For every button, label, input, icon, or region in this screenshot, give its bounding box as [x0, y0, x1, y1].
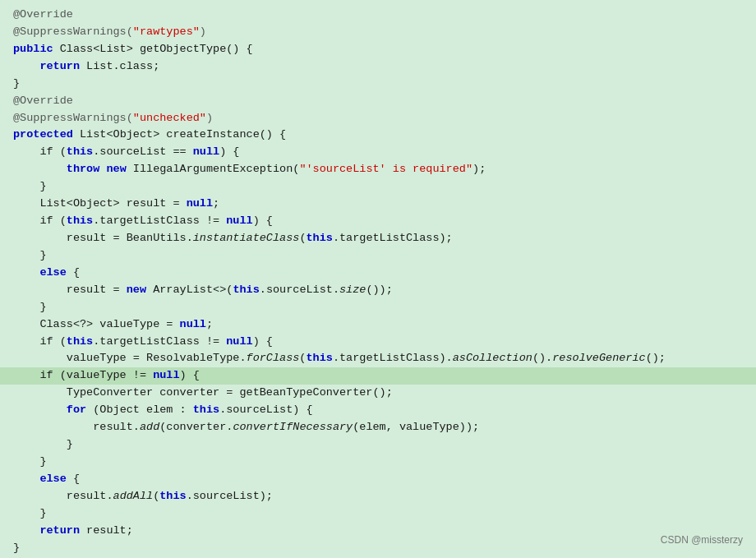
- code-line: result.add(converter.convertIfNecessary(…: [0, 419, 756, 436]
- code-line: if (this.sourceList == null) {: [0, 144, 756, 161]
- code-line: if (valueType != null) {: [0, 367, 756, 385]
- code-line: }: [0, 540, 756, 557]
- code-line: }: [0, 178, 756, 196]
- code-line: @Override: [0, 93, 756, 110]
- code-line: if (this.targetListClass != null) {: [0, 334, 756, 351]
- code-line: for (Object elem : this.sourceList) {: [0, 402, 756, 419]
- code-line: @Override: [0, 7, 756, 24]
- code-line: result.addAll(this.sourceList);: [0, 488, 756, 505]
- code-line: }: [0, 454, 756, 471]
- code-line: }: [0, 436, 756, 454]
- code-line: return result;: [0, 523, 756, 540]
- code-line: else {: [0, 265, 756, 282]
- code-line: result = new ArrayList<>(this.sourceList…: [0, 282, 756, 299]
- code-line: }: [0, 299, 756, 316]
- code-line: if (this.targetListClass != null) {: [0, 213, 756, 230]
- code-line: @SuppressWarnings("rawtypes"): [0, 24, 756, 41]
- code-block: @Override@SuppressWarnings("rawtypes")pu…: [0, 7, 756, 557]
- code-line: }: [0, 247, 756, 265]
- code-container: @Override@SuppressWarnings("rawtypes")pu…: [0, 0, 756, 558]
- code-line: }: [0, 76, 756, 93]
- code-line: throw new IllegalArgumentException("'sou…: [0, 161, 756, 178]
- code-line: protected List<Object> createInstance() …: [0, 127, 756, 144]
- watermark: CSDN @missterzy: [661, 533, 743, 548]
- code-line: valueType = ResolvableType.forClass(this…: [0, 350, 756, 367]
- code-line: else {: [0, 471, 756, 488]
- code-line: result = BeanUtils.instantiateClass(this…: [0, 230, 756, 247]
- code-line: }: [0, 505, 756, 523]
- code-line: TypeConverter converter = getBeanTypeCon…: [0, 385, 756, 402]
- code-line: return List.class;: [0, 58, 756, 76]
- code-line: Class<?> valueType = null;: [0, 316, 756, 334]
- code-line: @SuppressWarnings("unchecked"): [0, 110, 756, 127]
- code-line: public Class<List> getObjectType() {: [0, 41, 756, 58]
- code-line: List<Object> result = null;: [0, 196, 756, 213]
